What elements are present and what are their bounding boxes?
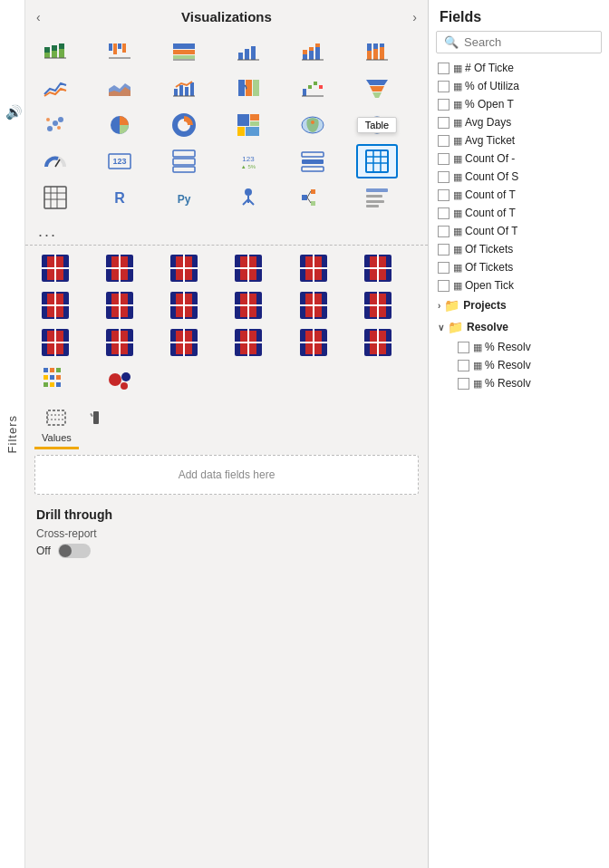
field-checkbox-11[interactable] [438, 244, 450, 256]
custom-visual-bubble[interactable] [99, 362, 140, 397]
custom-visual-6[interactable] [357, 251, 399, 285]
viz-funnel[interactable] [356, 72, 398, 106]
field-checkbox-13[interactable] [438, 280, 450, 292]
visualizations-panel: ‹ Visualizations › [25, 0, 429, 868]
viz-stacked-bar[interactable] [34, 35, 76, 70]
viz-smart-narrative[interactable] [356, 180, 398, 215]
custom-visual-5[interactable] [293, 251, 334, 285]
custom-visual-dots-grid[interactable] [34, 362, 76, 397]
field-item-avg-days[interactable]: ▦ Avg Days [432, 113, 605, 131]
search-input[interactable] [464, 35, 594, 49]
field-checkbox-7[interactable] [438, 171, 450, 183]
viz-map[interactable] [292, 108, 334, 142]
custom-visual-16[interactable] [227, 325, 269, 360]
field-checkbox-8[interactable] [438, 189, 450, 201]
svg-rect-111 [111, 269, 119, 280]
field-item-count-of-t2[interactable]: ▦ Count of T [432, 204, 605, 222]
field-item-count-of-dash[interactable]: ▦ Count Of - [432, 149, 605, 168]
field-checkbox-r1[interactable] [458, 342, 469, 353]
field-item-count-of-t3[interactable]: ▦ Count Of T [432, 222, 605, 240]
field-checkbox-3[interactable] [438, 99, 450, 111]
field-checkbox-2[interactable] [438, 81, 450, 92]
viz-python[interactable]: Py [163, 180, 205, 215]
format-tab-icon [86, 410, 106, 430]
viz-matrix[interactable] [34, 180, 76, 215]
field-checkbox-6[interactable] [438, 153, 450, 165]
custom-visual-10[interactable] [227, 288, 269, 323]
field-checkbox-10[interactable] [438, 226, 450, 237]
viz-nav-prev[interactable]: ‹ [36, 10, 41, 24]
values-tab[interactable]: Values [34, 406, 79, 449]
custom-visual-3[interactable] [163, 251, 205, 285]
viz-scatter[interactable] [34, 108, 76, 142]
field-item-open-tick[interactable]: ▦ Open Tick [432, 276, 605, 294]
custom-visual-8[interactable] [99, 288, 140, 323]
custom-visual-18[interactable] [357, 325, 399, 360]
custom-visual-13[interactable] [34, 325, 76, 360]
filters-label[interactable]: Filters [5, 415, 19, 453]
custom-visuals-grid [25, 245, 428, 402]
viz-donut[interactable] [163, 108, 205, 142]
field-item-avg-ticket[interactable]: ▦ Avg Ticket [432, 131, 605, 149]
viz-100pct-column[interactable] [356, 35, 398, 70]
custom-visual-17[interactable] [293, 325, 334, 360]
field-item-count-of-s[interactable]: ▦ Count Of S [432, 168, 605, 186]
field-checkbox-1[interactable] [438, 63, 450, 74]
custom-visual-11[interactable] [293, 288, 334, 323]
field-item-of-tickets1[interactable]: ▦ Of Tickets [432, 240, 605, 258]
viz-column-chart[interactable] [227, 35, 269, 70]
custom-visual-7[interactable] [34, 288, 76, 323]
field-item-resolv1[interactable]: ▦ % Resolv [432, 338, 605, 356]
viz-area-chart[interactable] [99, 72, 140, 106]
field-item-num-tickets[interactable]: ▦ # Of Ticke [432, 59, 605, 77]
viz-gauge[interactable] [34, 144, 76, 178]
viz-waterfall[interactable] [292, 72, 334, 106]
viz-table[interactable]: Table [356, 144, 398, 178]
custom-visual-9[interactable] [163, 288, 205, 323]
viz-100pct-bar[interactable] [163, 35, 205, 70]
fields-title: Fields [429, 0, 609, 31]
viz-ribbon-chart[interactable] [227, 72, 269, 106]
field-item-pct-utilization[interactable]: ▦ % of Utiliza [432, 77, 605, 95]
viz-r-script[interactable]: R [99, 180, 140, 215]
viz-stacked-column[interactable] [292, 35, 334, 70]
field-checkbox-12[interactable] [438, 262, 450, 274]
fields-search-box[interactable]: 🔍 [436, 31, 602, 53]
viz-treemap[interactable] [227, 108, 269, 142]
field-checkbox-r3[interactable] [458, 378, 469, 390]
viz-nav-next[interactable]: › [412, 10, 417, 24]
custom-visual-1[interactable] [34, 251, 76, 285]
viz-more-dots[interactable]: ... [25, 218, 428, 245]
svg-rect-194 [121, 331, 128, 342]
viz-slicer[interactable] [292, 144, 334, 178]
viz-kpi[interactable]: 123▲ 5% [227, 144, 269, 178]
format-tab[interactable] [79, 406, 113, 449]
custom-visual-14[interactable] [99, 325, 140, 360]
viz-decomp-tree[interactable] [292, 180, 334, 215]
field-checkbox-5[interactable] [438, 135, 450, 147]
field-item-count-of-t1[interactable]: ▦ Count of T [432, 186, 605, 204]
viz-key-influencers[interactable] [227, 180, 269, 215]
field-checkbox-4[interactable] [438, 117, 450, 129]
custom-visual-15[interactable] [163, 325, 205, 360]
field-checkbox-9[interactable] [438, 207, 450, 219]
field-item-of-tickets2[interactable]: ▦ Of Tickets [432, 258, 605, 276]
field-item-resolv2[interactable]: ▦ % Resolv [432, 356, 605, 374]
viz-multi-row-card[interactable] [163, 144, 205, 178]
custom-visual-12[interactable] [357, 288, 399, 323]
projects-section-header[interactable]: › 📁 Projects [432, 294, 605, 316]
cross-report-toggle[interactable] [58, 544, 91, 558]
field-item-resolv3[interactable]: ▦ % Resolv [432, 374, 605, 392]
add-fields-box[interactable]: Add data fields here [34, 455, 419, 495]
custom-visual-2[interactable] [99, 251, 140, 285]
field-name-6: Count Of - [465, 152, 515, 165]
viz-card[interactable]: 123 [99, 144, 140, 178]
field-checkbox-r2[interactable] [458, 360, 469, 371]
field-item-pct-open[interactable]: ▦ % Open T [432, 95, 605, 113]
custom-visual-4[interactable] [227, 251, 269, 285]
resolve-section-header[interactable]: ∨ 📁 Resolve [432, 316, 605, 338]
viz-line-chart[interactable] [34, 72, 76, 106]
viz-line-clustered[interactable] [163, 72, 205, 106]
viz-pie[interactable] [99, 108, 140, 142]
viz-clustered-bar[interactable] [99, 35, 140, 70]
